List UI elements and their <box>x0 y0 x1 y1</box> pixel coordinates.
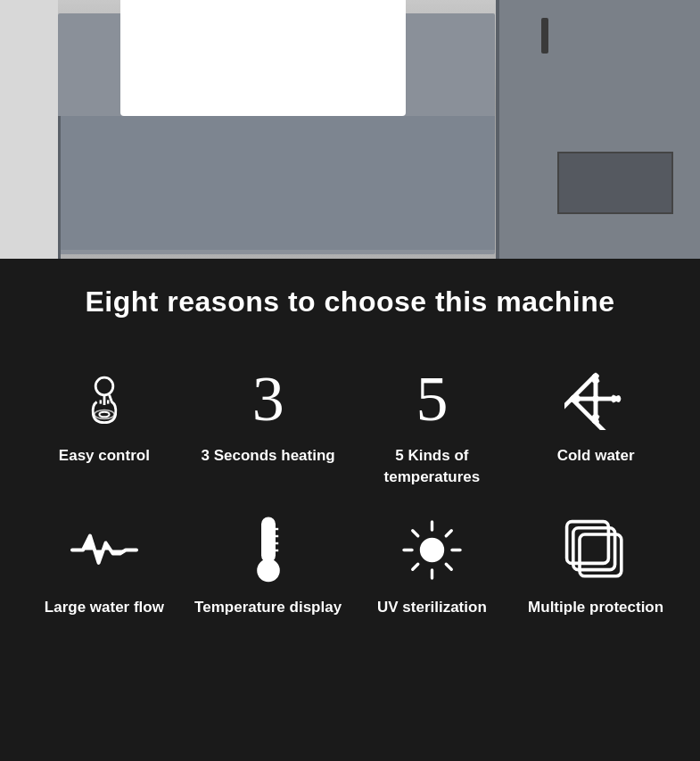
section-title: Eight reasons to choose this machine <box>18 285 682 318</box>
svg-point-0 <box>95 377 113 395</box>
sun-icon <box>396 515 467 586</box>
feature-temperature-display: Temperature display <box>191 515 346 618</box>
product-image <box>0 0 700 259</box>
svg-line-34 <box>446 531 451 536</box>
touch-icon <box>69 363 140 434</box>
temperature-display-label: Temperature display <box>194 597 342 618</box>
feature-easy-control: Easy control <box>27 363 182 488</box>
svg-line-35 <box>413 564 418 569</box>
seconds-heating-label: 3 Seconds heating <box>202 445 335 467</box>
feature-multiple-protection: Multiple protection <box>518 515 673 618</box>
layers-icon <box>560 515 631 586</box>
feature-cold-water: Cold water <box>518 363 673 488</box>
feature-large-water-flow: Large water flow <box>27 515 182 618</box>
number-3-icon: 3 <box>233 363 304 434</box>
svg-line-33 <box>446 564 451 569</box>
heartbeat-icon <box>69 515 140 586</box>
uv-sterilization-label: UV sterilization <box>377 597 487 618</box>
snowflake-icon <box>560 363 631 434</box>
feature-uv-sterilization: UV sterilization <box>355 515 510 618</box>
feature-kinds-temperatures: 5 5 Kinds of temperatures <box>355 363 510 488</box>
number-5-icon: 5 <box>396 363 467 434</box>
kinds-temperatures-label: 5 Kinds of temperatures <box>355 445 510 488</box>
easy-control-label: Easy control <box>59 445 150 467</box>
thermometer-icon <box>233 515 304 586</box>
features-grid: Easy control 3 3 Seconds heating 5 5 Kin… <box>18 363 682 617</box>
svg-rect-21 <box>265 536 270 565</box>
feature-seconds-heating: 3 3 Seconds heating <box>191 363 346 488</box>
svg-point-2 <box>99 412 109 418</box>
svg-point-27 <box>421 540 442 561</box>
svg-line-32 <box>413 531 418 536</box>
large-water-flow-label: Large water flow <box>45 597 164 618</box>
features-section: Eight reasons to choose this machine <box>0 259 700 761</box>
multiple-protection-label: Multiple protection <box>528 597 663 618</box>
svg-point-22 <box>261 564 274 576</box>
cold-water-label: Cold water <box>557 445 635 467</box>
